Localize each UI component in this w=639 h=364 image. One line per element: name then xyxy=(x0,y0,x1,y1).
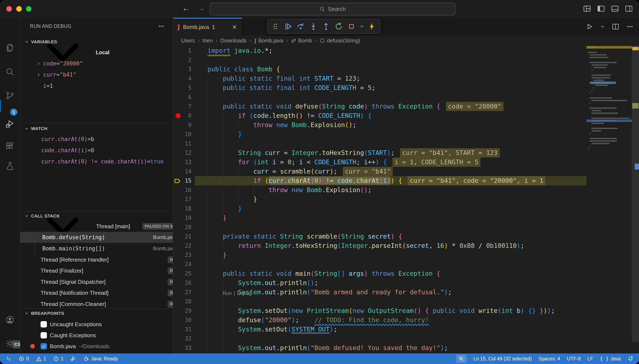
breakpoints-section-header[interactable]: BREAKPOINTS xyxy=(24,309,64,318)
java-status-item[interactable]: Java: Ready xyxy=(83,356,118,362)
hot-code-replace-button[interactable] xyxy=(367,21,378,32)
panel-bottom-toggle-button[interactable] xyxy=(611,4,619,13)
codelens-debug[interactable]: Debug xyxy=(237,290,251,296)
breakpoint-row[interactable]: Uncaught Exceptions xyxy=(20,319,173,330)
remote-status-item[interactable] xyxy=(6,356,12,362)
code-line[interactable]: 12 String curr = Integer.toHexString(STA… xyxy=(173,148,639,158)
status-item[interactable]: UTF-8 xyxy=(567,356,581,362)
code-line[interactable]: 32 xyxy=(173,334,639,343)
code-line[interactable]: 31 System.setOut(SYSTEM_OUT); xyxy=(173,325,639,334)
variable-row[interactable]: code = "20000" xyxy=(20,58,173,69)
breakpoint-checkbox[interactable] xyxy=(41,321,47,328)
code-line[interactable]: 2 xyxy=(173,55,639,64)
breadcrumb-item[interactable]: Users xyxy=(181,38,195,44)
step-out-button[interactable] xyxy=(321,21,332,32)
code-line[interactable]: 17 } xyxy=(173,195,639,204)
scrollbar-slider[interactable] xyxy=(632,46,639,342)
code-line[interactable]: 5 public static final int CODE_LENGTH = … xyxy=(173,83,639,92)
code-line[interactable]: 29 System.setOut(new PrintStream(new Out… xyxy=(173,306,639,316)
code-line[interactable]: 6 xyxy=(173,92,639,102)
code-line[interactable]: 24 xyxy=(173,260,639,269)
status-item[interactable]: Spaces: 4 xyxy=(539,356,560,362)
code-line[interactable]: 15 if (curr.charAt(0) != code.charAt(i))… xyxy=(173,176,639,186)
close-tab-icon[interactable] xyxy=(231,24,238,30)
run-button[interactable] xyxy=(585,22,593,30)
callstack-thread-row[interactable]: Thread [Reference Handler]RUNNING xyxy=(20,254,173,265)
code-line[interactable]: 16 throw new Bomb.Explosion(); xyxy=(173,186,639,195)
code-line[interactable]: 28 xyxy=(173,297,639,306)
debug-status-item[interactable] xyxy=(70,356,76,362)
code-line[interactable]: 25 public static void main(String[] args… xyxy=(173,269,639,278)
code-line[interactable]: 7 public static void defuse(String code)… xyxy=(173,102,639,111)
code-line[interactable]: 23 } xyxy=(173,250,639,260)
watch-row[interactable]: curr.charAt(0) = b xyxy=(20,134,173,145)
split-editor-button[interactable] xyxy=(611,22,619,30)
activity-run-and-debug[interactable] xyxy=(0,114,20,134)
code-line[interactable]: 1import java.io.*; xyxy=(173,46,639,55)
code-line[interactable]: 10 } xyxy=(173,130,639,139)
stop-button[interactable] xyxy=(346,21,357,32)
codelens[interactable]: Run|Debug xyxy=(223,290,253,296)
scope-local-row[interactable]: Local xyxy=(20,47,173,58)
code-line[interactable]: 13 for (int i = 0; i < CODE_LENGTH; i++)… xyxy=(173,158,639,167)
close-window-button[interactable] xyxy=(6,6,12,12)
braces-status-item[interactable]: { }Java xyxy=(600,356,621,362)
codelens-run[interactable]: Run xyxy=(223,290,232,296)
restart-button[interactable] xyxy=(333,21,344,32)
breakpoint-row[interactable]: Caught Exceptions xyxy=(20,330,173,341)
back-button[interactable]: ← xyxy=(181,4,191,13)
zoom-status-item[interactable] xyxy=(456,355,467,363)
forward-button[interactable]: → xyxy=(196,4,206,13)
more-actions-button[interactable] xyxy=(626,22,634,30)
more-actions-icon[interactable] xyxy=(157,22,165,30)
breakpoint-row[interactable]: Bomb.java~/Downloads8 xyxy=(20,341,173,352)
activity-testing[interactable] xyxy=(0,156,20,176)
step-into-button[interactable] xyxy=(308,21,319,32)
callstack-thread-row[interactable]: Thread [Signal Dispatcher]RUNNING xyxy=(20,276,173,287)
code-line[interactable]: 19 } xyxy=(173,213,639,222)
bell-status-item[interactable] xyxy=(627,356,633,362)
search-input[interactable]: Search xyxy=(210,3,455,16)
breadcrumb-item[interactable]: Downloads xyxy=(220,38,247,44)
status-item[interactable]: Ln 15, Col 49 (32 selected) xyxy=(473,356,532,362)
code-line[interactable]: 8 if (code.length() != CODE_LENGTH) { xyxy=(173,111,639,120)
callstack-thread-row[interactable]: Thread [Common-Cleaner]RUNNING xyxy=(20,298,173,310)
breadcrumb-item[interactable]: JBomb.java xyxy=(254,38,283,44)
warning-status-item[interactable]: 1 xyxy=(36,356,46,362)
watch-row[interactable]: code.charAt(i) = 0 xyxy=(20,145,173,156)
code-line[interactable]: 11 xyxy=(173,139,639,148)
variable-row[interactable]: curr = "b41" xyxy=(20,69,173,80)
code-line[interactable]: 22 return Integer.toHexString(Integer.pa… xyxy=(173,241,639,250)
activity-source-control[interactable] xyxy=(0,86,20,105)
breadcrumb-item[interactable]: trien xyxy=(202,38,213,44)
sidebar-left-toggle-button[interactable] xyxy=(597,4,605,13)
code-line[interactable]: 21 private static String scramble(String… xyxy=(173,232,639,241)
breakpoint-icon[interactable] xyxy=(176,113,181,118)
code-line[interactable]: 4 public static final int START = 123; xyxy=(173,74,639,83)
thread-main-row[interactable]: Thread [main]PAUSED ON STEP xyxy=(20,221,173,232)
watch-section-header[interactable]: WATCH xyxy=(24,124,47,133)
code-line[interactable]: 3public class Bomb { xyxy=(173,64,639,74)
stack-frame-row[interactable]: Bomb.main(String[])Bomb.java30:1 xyxy=(20,243,173,254)
code-line[interactable]: 18 } xyxy=(173,204,639,213)
code-line[interactable]: 26 System.out.println(); xyxy=(173,278,639,288)
breadcrumb-item[interactable]: defuse(String) xyxy=(320,38,360,44)
minimap[interactable] xyxy=(586,46,632,354)
breadcrumb-item[interactable]: Bomb xyxy=(291,38,312,44)
status-item[interactable]: LF xyxy=(587,356,593,362)
code-line[interactable]: 30 defuse("20000"); // TODO: Find the co… xyxy=(173,316,639,325)
stack-frame-row[interactable]: Bomb.defuse(String)Bomb.java15:1 xyxy=(20,232,173,243)
error-status-item[interactable]: 0 xyxy=(18,356,29,362)
tab-bomb-java[interactable]: J Bomb.java 1 xyxy=(173,18,242,36)
activity-search[interactable] xyxy=(0,62,20,82)
step-over-button[interactable] xyxy=(295,21,306,32)
code-line[interactable]: 33 System.out.println("Bomb defused! You… xyxy=(173,343,639,352)
info-status-item[interactable]: 1 xyxy=(53,356,64,362)
code-line[interactable]: 20 xyxy=(173,222,639,232)
callstack-thread-row[interactable]: Thread [Finalizer]RUNNING xyxy=(20,265,173,276)
code-line[interactable]: 14 curr = scramble(curr);curr = "b41" xyxy=(173,167,639,176)
code-line[interactable]: 9 throw new Bomb.Explosion(); xyxy=(173,120,639,130)
activity-extensions[interactable] xyxy=(0,136,20,156)
breakpoint-checkbox[interactable] xyxy=(41,332,47,338)
layout-toggle-button[interactable] xyxy=(583,4,591,13)
